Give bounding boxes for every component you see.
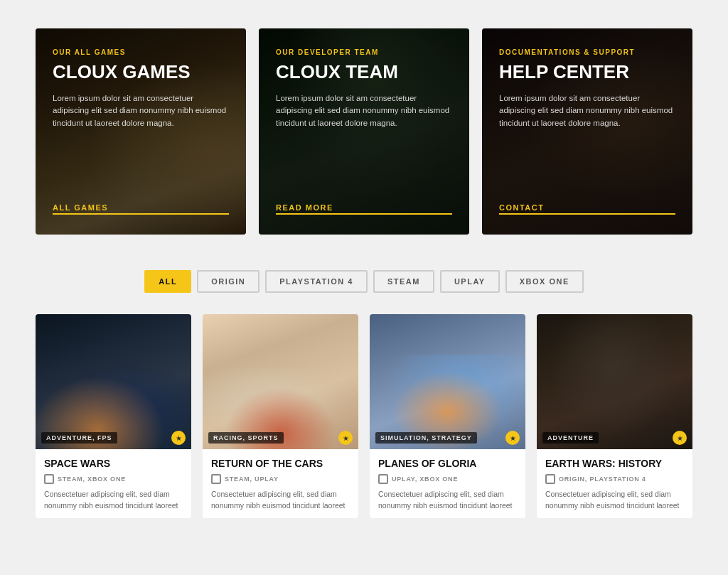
game-desc-space-wars: Consectetuer adipiscing elit, sed diam n… [44, 489, 183, 512]
game-title-planes-of-gloria: PLANES OF GLORIA [378, 458, 517, 470]
platform-icon-planes-of-gloria [378, 474, 388, 484]
game-title-earth-wars-history: EARTH WARS: HISTORY [545, 458, 684, 470]
game-tag-planes-of-gloria: SIMULATION, STRATEGY [375, 432, 477, 444]
card-content-cloux-team: OUR DEVELOPER TEAM CLOUX TEAM Lorem ipsu… [259, 28, 469, 235]
game-favorite-icon-earth-wars-history [673, 431, 687, 445]
page-wrapper: OUR ALL GAMES CLOUX GAMES Lorem ipsum do… [0, 0, 728, 547]
game-thumb-bg-planes-of-gloria [370, 314, 525, 449]
game-card-return-of-the-cars: RACING, SPORTS RETURN OF THE CARS STEAM,… [203, 314, 358, 518]
game-title-return-of-the-cars: RETURN OF THE CARS [211, 458, 350, 470]
card-subtitle-help-center: DOCUMENTATIONS & SUPPORT [499, 48, 675, 56]
game-tag-earth-wars-history: ADVENTURE [542, 432, 599, 444]
game-thumbnail-space-wars[interactable]: ADVENTURE, FPS [36, 314, 191, 449]
game-thumb-bg-earth-wars-history [537, 314, 692, 449]
game-thumb-bg-return-of-the-cars [203, 314, 358, 449]
card-subtitle-cloux-team: OUR DEVELOPER TEAM [276, 48, 452, 56]
game-card-planes-of-gloria: SIMULATION, STRATEGY PLANES OF GLORIA UP… [370, 314, 525, 518]
game-favorite-icon-planes-of-gloria [505, 431, 520, 445]
card-desc-help-center: Lorem ipsum dolor sit am consectetuer ad… [499, 92, 675, 130]
game-info-space-wars: SPACE WARS STEAM, XBOX ONE Consectetuer … [36, 449, 191, 518]
card-link-cloux-games[interactable]: ALL GAMES [53, 203, 229, 215]
platform-label-space-wars: STEAM, XBOX ONE [58, 475, 126, 483]
card-content-help-center: DOCUMENTATIONS & SUPPORT HELP CENTER Lor… [482, 28, 692, 235]
card-content-cloux-games: OUR ALL GAMES CLOUX GAMES Lorem ipsum do… [36, 28, 246, 235]
game-card-space-wars: ADVENTURE, FPS SPACE WARS STEAM, XBOX ON… [36, 314, 191, 518]
game-info-return-of-the-cars: RETURN OF THE CARS STEAM, UPLAY Consecte… [203, 449, 358, 518]
game-platform-earth-wars-history: ORIGIN, PLAYSTATION 4 [545, 474, 684, 484]
filter-btn-steam[interactable]: STEAM [373, 270, 434, 293]
platform-icon-earth-wars-history [545, 474, 555, 484]
platform-icon-space-wars [44, 474, 54, 484]
game-tag-space-wars: ADVENTURE, FPS [41, 432, 117, 444]
card-link-cloux-team[interactable]: READ MORE [276, 203, 452, 215]
filter-btn-xbox-one[interactable]: XBOX ONE [505, 270, 584, 293]
game-desc-earth-wars-history: Consectetuer adipiscing elit, sed diam n… [545, 489, 684, 512]
games-grid: ADVENTURE, FPS SPACE WARS STEAM, XBOX ON… [36, 314, 692, 518]
game-desc-planes-of-gloria: Consectetuer adipiscing elit, sed diam n… [378, 489, 517, 512]
platform-icon-return-of-the-cars [211, 474, 221, 484]
card-desc-cloux-team: Lorem ipsum dolor sit am consectetuer ad… [276, 92, 452, 130]
game-info-earth-wars-history: EARTH WARS: HISTORY ORIGIN, PLAYSTATION … [537, 449, 692, 518]
top-cards-section: OUR ALL GAMES CLOUX GAMES Lorem ipsum do… [36, 28, 692, 235]
game-favorite-icon-return-of-the-cars [338, 431, 353, 445]
card-title-cloux-games: CLOUX GAMES [53, 62, 229, 82]
game-platform-space-wars: STEAM, XBOX ONE [44, 474, 183, 484]
filter-btn-all[interactable]: ALL [144, 270, 191, 293]
game-favorite-icon-space-wars [171, 431, 186, 445]
top-card-cloux-games: OUR ALL GAMES CLOUX GAMES Lorem ipsum do… [36, 28, 246, 235]
game-card-earth-wars-history: ADVENTURE EARTH WARS: HISTORY ORIGIN, PL… [537, 314, 692, 518]
filter-btn-ps4[interactable]: PLAYSTATION 4 [265, 270, 368, 293]
game-info-planes-of-gloria: PLANES OF GLORIA UPLAY, XBOX ONE Consect… [370, 449, 525, 518]
card-link-help-center[interactable]: CONTACT [499, 203, 675, 215]
platform-label-return-of-the-cars: STEAM, UPLAY [225, 475, 279, 483]
game-thumbnail-earth-wars-history[interactable]: ADVENTURE [537, 314, 692, 449]
game-title-space-wars: SPACE WARS [44, 458, 183, 470]
platform-label-planes-of-gloria: UPLAY, XBOX ONE [392, 475, 458, 483]
card-title-cloux-team: CLOUX TEAM [276, 62, 452, 82]
platform-label-earth-wars-history: ORIGIN, PLAYSTATION 4 [559, 475, 646, 483]
filter-section: ALLORIGINPLAYSTATION 4STEAMUPLAYXBOX ONE [36, 270, 692, 293]
filter-btn-origin[interactable]: ORIGIN [197, 270, 259, 293]
game-tag-return-of-the-cars: RACING, SPORTS [208, 432, 284, 444]
game-desc-return-of-the-cars: Consectetuer adipiscing elit, sed diam n… [211, 489, 350, 512]
card-subtitle-cloux-games: OUR ALL GAMES [53, 48, 229, 56]
game-platform-return-of-the-cars: STEAM, UPLAY [211, 474, 350, 484]
card-desc-cloux-games: Lorem ipsum dolor sit am consectetuer ad… [53, 92, 229, 130]
top-card-help-center: DOCUMENTATIONS & SUPPORT HELP CENTER Lor… [482, 28, 692, 235]
card-title-help-center: HELP CENTER [499, 62, 675, 82]
filter-btn-uplay[interactable]: UPLAY [440, 270, 500, 293]
game-thumbnail-return-of-the-cars[interactable]: RACING, SPORTS [203, 314, 358, 449]
game-thumbnail-planes-of-gloria[interactable]: SIMULATION, STRATEGY [370, 314, 525, 449]
game-thumb-bg-space-wars [36, 314, 191, 449]
game-platform-planes-of-gloria: UPLAY, XBOX ONE [378, 474, 517, 484]
top-card-cloux-team: OUR DEVELOPER TEAM CLOUX TEAM Lorem ipsu… [259, 28, 469, 235]
